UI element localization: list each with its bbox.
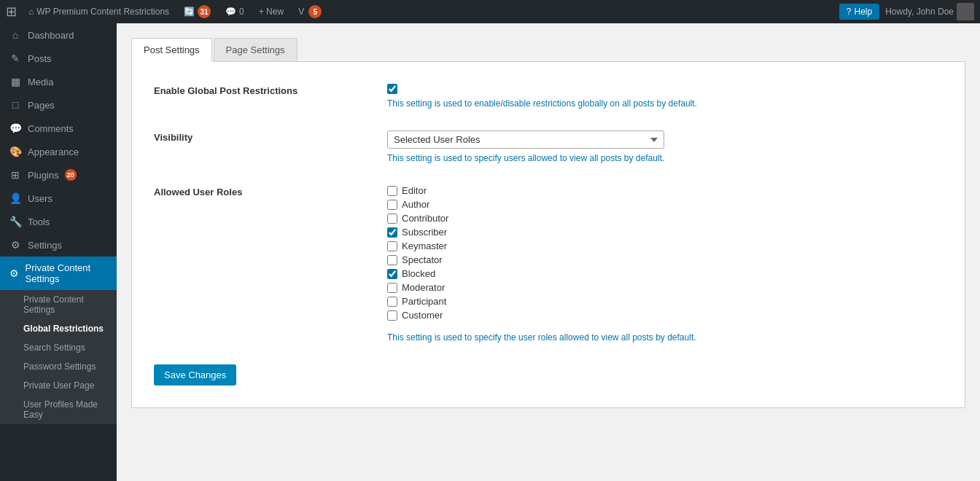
tab-post-settings[interactable]: Post Settings xyxy=(131,38,212,62)
role-keymaster-checkbox[interactable] xyxy=(387,241,397,251)
wp-logo-icon[interactable]: ⊞ xyxy=(6,4,17,20)
sidebar-item-users[interactable]: 👤 Users xyxy=(0,187,117,210)
pages-icon: □ xyxy=(9,99,22,111)
role-contributor-label: Contributor xyxy=(402,213,448,224)
sidebar-item-posts[interactable]: ✎ Posts xyxy=(0,47,117,70)
role-item-moderator: Moderator xyxy=(387,282,943,293)
private-content-submenu: Private Content Settings Global Restrict… xyxy=(0,290,117,424)
sidebar-item-label: Tools xyxy=(28,216,50,227)
visibility-hint: This setting is used to specify users al… xyxy=(387,153,943,163)
sidebar-item-comments[interactable]: 💬 Comments xyxy=(0,117,117,140)
sidebar-item-label: Comments xyxy=(28,123,74,134)
sidebar-item-label: Settings xyxy=(28,240,62,251)
sidebar-item-label: Users xyxy=(28,193,52,204)
role-author-label: Author xyxy=(402,199,429,210)
submenu-search-settings[interactable]: Search Settings xyxy=(0,338,117,357)
sidebar-item-label: Pages xyxy=(28,100,55,111)
adminbar-new[interactable]: + New xyxy=(253,7,289,17)
sidebar-item-settings[interactable]: ⚙ Settings xyxy=(0,233,117,257)
role-item-contributor: Contributor xyxy=(387,213,943,224)
tab-nav: Post Settings Page Settings xyxy=(131,38,965,62)
role-participant-label: Participant xyxy=(402,296,446,307)
vault-count: 5 xyxy=(308,5,322,18)
allowed-roles-control: Editor Author Contributor xyxy=(387,185,943,343)
role-blocked-checkbox[interactable] xyxy=(387,269,397,279)
vault-icon: V xyxy=(298,7,304,17)
global-restrictions-checkbox[interactable] xyxy=(387,84,397,94)
adminbar-updates[interactable]: 🔄 31 xyxy=(178,5,217,18)
role-keymaster-label: Keymaster xyxy=(402,240,447,251)
role-item-spectator: Spectator xyxy=(387,254,943,265)
role-editor-checkbox[interactable] xyxy=(387,186,397,196)
sidebar-item-plugins[interactable]: ⊞ Plugins 20 xyxy=(0,163,117,187)
howdy-text: Howdy, John Doe xyxy=(885,7,954,17)
role-moderator-checkbox[interactable] xyxy=(387,283,397,293)
avatar xyxy=(957,3,974,20)
site-name: WP Premium Content Restrictions xyxy=(36,7,169,17)
submenu-global-restrictions[interactable]: Global Restrictions xyxy=(0,319,117,338)
sidebar-item-dashboard[interactable]: ⌂ Dashboard xyxy=(0,23,117,47)
role-customer-label: Customer xyxy=(402,310,443,321)
main-content: Post Settings Page Settings Enable Globa… xyxy=(117,23,980,481)
tab-page-settings[interactable]: Page Settings xyxy=(214,38,298,61)
allowed-roles-row: Allowed User Roles Editor Author xyxy=(154,185,943,343)
new-label: + New xyxy=(259,7,284,17)
media-icon: ▦ xyxy=(9,76,22,87)
sidebar-item-label: Media xyxy=(28,77,53,87)
tools-icon: 🔧 xyxy=(9,216,22,227)
howdy-menu[interactable]: Howdy, John Doe xyxy=(885,3,974,20)
sidebar-item-media[interactable]: ▦ Media xyxy=(0,70,117,93)
adminbar-right: ? Help Howdy, John Doe xyxy=(839,3,974,20)
adminbar-vault[interactable]: V 5 xyxy=(292,5,327,18)
submenu-private-content-settings[interactable]: Private Content Settings xyxy=(0,290,117,319)
users-icon: 👤 xyxy=(9,192,22,204)
sidebar-item-tools[interactable]: 🔧 Tools xyxy=(0,210,117,233)
posts-icon: ✎ xyxy=(9,52,22,64)
submenu-user-profiles[interactable]: User Profiles Made Easy xyxy=(0,395,117,424)
sidebar-item-label: Dashboard xyxy=(28,30,74,41)
comments-count: 0 xyxy=(239,7,244,17)
global-restrictions-control: This setting is used to enable/disable r… xyxy=(387,84,943,109)
role-contributor-checkbox[interactable] xyxy=(387,214,397,224)
role-participant-checkbox[interactable] xyxy=(387,297,397,307)
visibility-select[interactable]: Selected User Roles Logged In Users Ever… xyxy=(387,130,664,149)
role-item-blocked: Blocked xyxy=(387,268,943,279)
sidebar-item-label: Posts xyxy=(28,53,52,64)
role-list: Editor Author Contributor xyxy=(387,185,943,321)
role-customer-checkbox[interactable] xyxy=(387,310,397,321)
role-item-participant: Participant xyxy=(387,296,943,307)
global-restrictions-hint: This setting is used to enable/disable r… xyxy=(387,98,943,109)
help-icon: ? xyxy=(847,7,852,17)
role-item-keymaster: Keymaster xyxy=(387,240,943,251)
settings-panel: Enable Global Post Restrictions This set… xyxy=(131,62,965,408)
sidebar-item-pages[interactable]: □ Pages xyxy=(0,93,117,117)
visibility-control: Selected User Roles Logged In Users Ever… xyxy=(387,130,943,163)
role-subscriber-label: Subscriber xyxy=(402,227,447,238)
role-author-checkbox[interactable] xyxy=(387,200,397,210)
adminbar-comments[interactable]: 💬 0 xyxy=(219,7,250,17)
save-button[interactable]: Save Changes xyxy=(154,364,236,386)
sidebar-item-appearance[interactable]: 🎨 Appearance xyxy=(0,140,117,163)
admin-bar: ⊞ ⌂ WP Premium Content Restrictions 🔄 31… xyxy=(0,0,980,23)
roles-hint: This setting is used to specify the user… xyxy=(387,332,943,343)
role-spectator-checkbox[interactable] xyxy=(387,255,397,265)
sidebar: ⌂ Dashboard ✎ Posts ▦ Media □ Pages 💬 Co… xyxy=(0,23,117,481)
sidebar-item-label: Plugins xyxy=(28,170,59,181)
submenu-private-user-page[interactable]: Private User Page xyxy=(0,376,117,395)
allowed-roles-label: Allowed User Roles xyxy=(154,185,387,198)
role-item-author: Author xyxy=(387,199,943,210)
appearance-icon: 🎨 xyxy=(9,146,22,157)
private-content-icon: ⚙ xyxy=(9,267,20,279)
sidebar-item-private-content[interactable]: ⚙ Private Content Settings xyxy=(0,257,117,290)
role-editor-label: Editor xyxy=(402,185,427,196)
plugins-badge: 20 xyxy=(65,169,77,181)
visibility-label: Visibility xyxy=(154,130,387,143)
comments-icon: 💬 xyxy=(225,7,236,17)
sidebar-item-label: Appearance xyxy=(28,146,79,157)
adminbar-site[interactable]: ⌂ WP Premium Content Restrictions xyxy=(23,7,175,17)
help-button[interactable]: ? Help xyxy=(839,4,879,20)
sidebar-item-label: Private Content Settings xyxy=(26,262,108,284)
comments-menu-icon: 💬 xyxy=(9,122,22,134)
role-subscriber-checkbox[interactable] xyxy=(387,227,397,238)
submenu-password-settings[interactable]: Password Settings xyxy=(0,357,117,376)
